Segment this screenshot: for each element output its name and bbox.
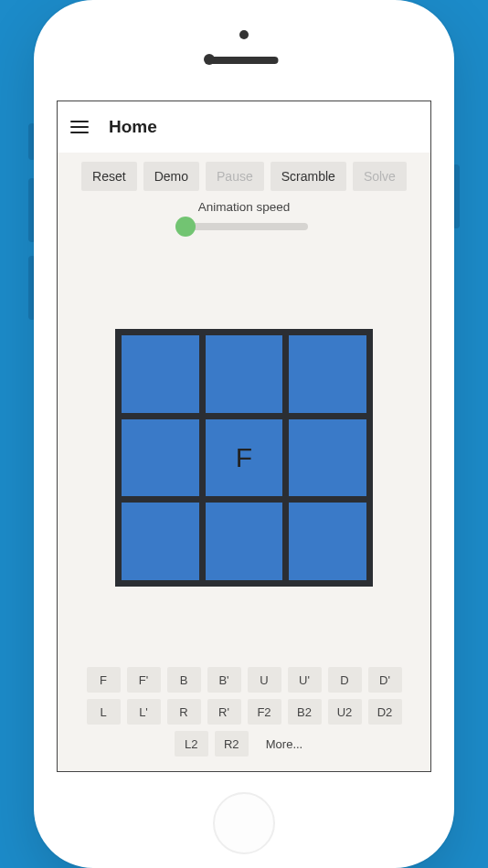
speed-slider[interactable]	[180, 216, 308, 238]
move-fp[interactable]: F'	[127, 667, 161, 693]
move-f2[interactable]: F2	[248, 699, 281, 725]
cube-viewport[interactable]: F	[58, 241, 430, 656]
menu-icon[interactable]	[70, 121, 89, 133]
page-title: Home	[109, 117, 157, 137]
scramble-button[interactable]: Scramble	[271, 162, 346, 191]
reset-button[interactable]: Reset	[81, 162, 137, 191]
phone-sensor	[204, 54, 215, 65]
cube-face[interactable]: F	[115, 329, 373, 587]
move-u[interactable]: U	[248, 667, 281, 693]
move-dp[interactable]: D'	[368, 667, 402, 693]
cubie-2-1[interactable]	[206, 503, 283, 580]
move-b2[interactable]: B2	[288, 699, 322, 725]
move-u2[interactable]: U2	[328, 699, 362, 725]
cubie-1-2[interactable]	[289, 419, 366, 497]
moves-row-3: L2 R2 More...	[175, 731, 313, 757]
phone-camera	[239, 30, 249, 39]
cubie-1-1-center[interactable]: F	[206, 419, 283, 497]
cubie-2-0[interactable]	[122, 503, 199, 580]
solve-button: Solve	[353, 162, 407, 191]
moves-panel: F F' B B' U U' D D' L L' R R' F2 B2 U2 D…	[58, 656, 430, 771]
move-up[interactable]: U'	[288, 667, 322, 693]
moves-row-1: F F' B B' U U' D D'	[87, 667, 402, 693]
move-r2[interactable]: R2	[215, 731, 249, 757]
app-header: Home	[58, 101, 430, 153]
move-f[interactable]: F	[87, 667, 121, 693]
phone-mockup: Home Reset Demo Pause Scramble Solve Ani…	[34, 0, 454, 868]
move-lp[interactable]: L'	[127, 699, 161, 725]
cubie-0-1[interactable]	[206, 335, 283, 413]
cubie-0-2[interactable]	[289, 335, 366, 413]
move-d2[interactable]: D2	[368, 699, 402, 725]
move-l[interactable]: L	[87, 699, 121, 725]
demo-button[interactable]: Demo	[143, 162, 199, 191]
speed-label: Animation speed	[58, 200, 430, 214]
more-moves-button[interactable]: More...	[255, 731, 313, 757]
move-bp[interactable]: B'	[207, 667, 241, 693]
moves-row-2: L L' R R' F2 B2 U2 D2	[87, 699, 402, 725]
pause-button: Pause	[206, 162, 264, 191]
toolbar: Reset Demo Pause Scramble Solve	[58, 153, 430, 196]
slider-thumb[interactable]	[175, 217, 196, 237]
move-d[interactable]: D	[328, 667, 362, 693]
cubie-1-0[interactable]	[122, 419, 199, 497]
move-b[interactable]: B	[167, 667, 201, 693]
cubie-2-2[interactable]	[289, 503, 366, 580]
cubie-0-0[interactable]	[122, 335, 199, 413]
phone-speaker	[210, 57, 279, 64]
move-rp[interactable]: R'	[207, 699, 241, 725]
app-screen: Home Reset Demo Pause Scramble Solve Ani…	[57, 101, 431, 772]
move-l2[interactable]: L2	[175, 731, 208, 757]
slider-track	[180, 223, 308, 230]
phone-home-button[interactable]	[213, 792, 275, 854]
speed-control: Animation speed	[58, 196, 430, 241]
move-r[interactable]: R	[167, 699, 201, 725]
